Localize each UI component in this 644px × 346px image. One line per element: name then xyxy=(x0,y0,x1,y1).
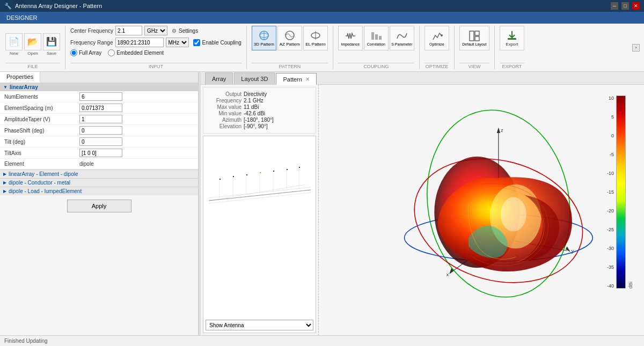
app-title: 🔧 Antenna Array Designer - Pattern xyxy=(4,3,102,10)
open-button[interactable]: 📂 xyxy=(24,33,41,50)
info-output-row: Output Directivity xyxy=(207,91,312,97)
el-value: [-90°, 90°] xyxy=(244,123,268,129)
show-antenna-select[interactable]: Show Antenna xyxy=(206,320,313,330)
input-section: Center Frequency GHzMHz ⚙ Settings Frequ… xyxy=(67,24,245,71)
collapsible-3[interactable]: ▶ dipole - Load - lumpedElement xyxy=(0,187,198,195)
close-button[interactable]: ✕ xyxy=(632,2,640,10)
tilt-input[interactable] xyxy=(79,137,122,146)
enable-coupling-label: Enable Coupling xyxy=(202,40,241,46)
tilt-axis-input[interactable] xyxy=(79,149,122,157)
sep1 xyxy=(65,26,65,69)
correlation-label: Correlation xyxy=(367,42,385,46)
svg-rect-12 xyxy=(475,36,479,41)
linear-array-header[interactable]: ▼ linearArray xyxy=(0,83,198,91)
properties-tab[interactable]: Properties xyxy=(0,72,40,83)
element-spacing-row: ElementSpacing (m) xyxy=(0,102,198,114)
impedance-label: Impedance xyxy=(341,42,360,46)
freq-range-input[interactable] xyxy=(115,38,164,47)
window-controls[interactable]: ─ □ ✕ xyxy=(611,2,640,10)
new-label: New xyxy=(10,51,18,56)
pattern-tab-label: Pattern xyxy=(283,76,302,83)
scale-neg20: -20 xyxy=(607,208,614,214)
new-button[interactable]: 📄 xyxy=(5,33,23,50)
scale-labels: 10 5 0 -5 -10 -15 -20 -25 -30 -35 -40 xyxy=(607,95,614,289)
apply-button[interactable]: Apply xyxy=(67,200,131,212)
tilt-label: Tilt (deg) xyxy=(4,139,79,145)
minimize-button[interactable]: ─ xyxy=(611,2,618,10)
amplitude-taper-input[interactable] xyxy=(79,115,122,123)
svg-text:z: z xyxy=(501,127,503,133)
sep5 xyxy=(454,26,455,69)
phase-shift-input[interactable] xyxy=(79,126,122,135)
file-section: 📄 New 📂 Open 💾 Save FILE xyxy=(2,24,63,71)
export-button[interactable]: Export xyxy=(500,26,524,50)
info-panel: Output Directivity Frequency 2.1 GHz Max… xyxy=(203,87,316,134)
full-array-radio-group[interactable]: Full Array xyxy=(70,49,101,56)
open-label: Open xyxy=(27,51,38,56)
default-layout-icon xyxy=(469,30,480,42)
save-button[interactable]: 💾 xyxy=(43,33,60,50)
element-label: Element xyxy=(4,161,79,167)
embedded-radio[interactable] xyxy=(108,49,115,56)
center-freq-input[interactable] xyxy=(115,26,142,35)
correlation-button[interactable]: Correlation xyxy=(364,26,389,50)
element-spacing-input[interactable] xyxy=(79,104,122,112)
collapsible-3-label: dipole - Load - lumpedElement xyxy=(9,188,82,194)
full-array-radio[interactable] xyxy=(70,49,77,56)
scale-neg5: -5 xyxy=(610,152,614,157)
collapsible-2-label: dipole - Conductor - metal xyxy=(9,180,70,186)
el-pattern-button[interactable]: EL Pattern xyxy=(303,26,328,50)
export-section: Export EXPORT xyxy=(496,24,528,71)
amplitude-taper-label: AmplitudeTaper (V) xyxy=(4,116,79,122)
linear-array-label: linearArray xyxy=(10,84,38,90)
scale-neg30: -30 xyxy=(607,246,614,251)
open-btn-group: 📂 Open xyxy=(24,33,41,56)
layout3d-tab[interactable]: Layout 3D xyxy=(234,72,275,84)
impedance-btn-group: Impedance xyxy=(338,26,363,50)
az-pattern-button[interactable]: AZ Pattern xyxy=(277,26,302,50)
array-tab[interactable]: Array xyxy=(205,72,233,84)
settings-label[interactable]: Settings xyxy=(179,28,198,34)
antenna-preview-svg xyxy=(203,136,316,211)
el-label: Elevation xyxy=(207,123,241,129)
svg-text:x: x xyxy=(447,271,449,277)
maximize-button[interactable]: □ xyxy=(621,2,629,10)
scale-neg15: -15 xyxy=(607,189,614,195)
info-min-row: Min value -42.6 dBi xyxy=(207,111,312,116)
impedance-button[interactable]: Impedance xyxy=(338,26,363,50)
enable-coupling-checkbox[interactable] xyxy=(193,39,200,46)
optimize-label: Optimize xyxy=(429,42,444,46)
default-layout-button[interactable]: Default Layout xyxy=(459,26,489,50)
sparameter-label: S Parameter xyxy=(391,42,412,46)
svg-rect-8 xyxy=(379,36,382,40)
toolbar-collapse-button[interactable]: › xyxy=(632,44,640,51)
correlation-btn-group: Correlation xyxy=(364,26,389,50)
optimize-btn-group: Optimize xyxy=(425,26,449,50)
az-pattern-icon xyxy=(284,30,296,41)
optimize-section: Optimize OPTIMIZE xyxy=(421,24,452,71)
pattern-tab[interactable]: Pattern ✕ xyxy=(276,73,316,85)
scale-neg40: -40 xyxy=(607,283,614,289)
collapsible-2[interactable]: ▶ dipole - Conductor - metal xyxy=(0,178,198,187)
min-label: Min value xyxy=(207,111,241,116)
pattern-tab-close[interactable]: ✕ xyxy=(305,76,310,82)
designer-menu[interactable]: DESIGNER xyxy=(2,13,41,22)
scale-neg10: -10 xyxy=(607,171,614,176)
freq-range-row: Frequency Range MHzGHz Enable Coupling xyxy=(70,38,241,47)
freq-range-unit[interactable]: MHzGHz xyxy=(166,38,189,47)
left-panel: Properties ▼ linearArray NumElements El xyxy=(0,72,199,335)
embedded-radio-group[interactable]: Embedded Element xyxy=(108,49,164,56)
sep6 xyxy=(494,26,495,69)
num-elements-input[interactable] xyxy=(79,92,122,101)
optimize-section-label: OPTIMIZE xyxy=(425,63,449,69)
el-pattern-icon xyxy=(310,30,321,41)
center-freq-unit[interactable]: GHzMHz xyxy=(144,26,167,35)
optimize-button[interactable]: Optimize xyxy=(425,26,449,50)
view-section-label: VIEW xyxy=(459,63,489,69)
el-pattern-label: EL Pattern xyxy=(305,42,326,47)
collapsible-1[interactable]: ▶ linearArray - Element - dipole xyxy=(0,170,198,178)
sparameter-button[interactable]: S Parameter xyxy=(390,26,414,50)
panel-tabs: Properties xyxy=(0,72,198,83)
3d-pattern-button[interactable]: 3D Pattern xyxy=(252,26,276,50)
color-scale-container: 10 5 0 -5 -10 -15 -20 -25 -30 -35 -40 xyxy=(607,95,633,289)
